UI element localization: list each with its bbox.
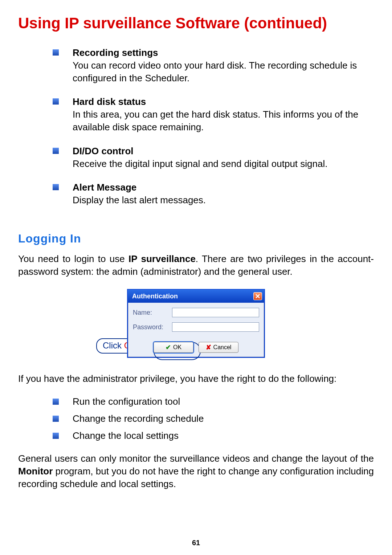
cancel-label: Cancel [213, 344, 232, 351]
feature-hard-disk-status: Hard disk status In this area, you can g… [53, 95, 374, 134]
feature-recording-settings: Recording settings You can record video … [53, 46, 374, 85]
feature-title: Recording settings [73, 46, 374, 59]
x-icon: ✘ [206, 343, 211, 351]
feature-alert-message: Alert Message Display the last alert mes… [53, 181, 374, 207]
cancel-button[interactable]: ✘ Cancel [199, 342, 238, 353]
list-item: Change the local settings [53, 430, 374, 441]
name-input[interactable] [172, 308, 259, 317]
close-icon [255, 294, 260, 299]
text-span: General users can only monitor the surve… [18, 453, 374, 464]
text-bold: Monitor [18, 466, 53, 477]
square-bullet-icon [53, 145, 73, 155]
feature-list: Recording settings You can record video … [53, 46, 374, 207]
feature-title: DI/DO control [73, 145, 374, 158]
feature-dido-control: DI/DO control Receive the digital input … [53, 145, 374, 170]
feature-title: Alert Message [73, 181, 374, 194]
general-user-text: General users can only monitor the surve… [18, 452, 374, 490]
square-bullet-icon [53, 181, 73, 192]
close-button[interactable] [253, 292, 262, 300]
feature-desc: Receive the digital input signal and sen… [73, 158, 327, 169]
list-item: Run the configuration tool [53, 396, 374, 407]
dialog-titlebar: Authentication [128, 290, 264, 303]
text-bold: IP surveillance [128, 253, 196, 264]
square-bullet-icon [53, 46, 73, 57]
ok-button-highlight: ✔ OK [154, 342, 193, 353]
text-span: program, but you do not have the right t… [18, 466, 374, 489]
square-bullet-icon [53, 413, 73, 424]
password-label: Password: [133, 323, 168, 331]
page-title: Using IP surveillance Software (continue… [18, 15, 374, 32]
password-input[interactable] [172, 322, 259, 332]
name-label: Name: [133, 309, 168, 317]
check-icon: ✔ [166, 343, 171, 351]
section-heading-logging-in: Logging In [18, 232, 374, 245]
list-item: Change the recording schedule [53, 413, 374, 424]
ok-label: OK [173, 344, 181, 351]
page-number: 61 [0, 539, 392, 547]
ok-button[interactable]: ✔ OK [154, 342, 193, 353]
dialog-title: Authentication [132, 293, 178, 300]
list-item-text: Change the recording schedule [73, 413, 204, 424]
feature-desc: Display the last alert messages. [73, 195, 206, 205]
square-bullet-icon [53, 396, 73, 407]
text-span: You need to login to use [18, 253, 128, 264]
privilege-list: Run the configuration tool Change the re… [53, 396, 374, 441]
square-bullet-icon [53, 95, 73, 106]
feature-desc: You can record video onto your hard disk… [73, 60, 357, 83]
admin-intro-text: If you have the administrator privilege,… [18, 372, 374, 385]
callout-prefix: Click [103, 340, 124, 350]
list-item-text: Change the local settings [73, 430, 179, 441]
list-item-text: Run the configuration tool [73, 396, 180, 407]
dialog-screenshot: Click OK Authentication Name: Password: [18, 289, 374, 358]
square-bullet-icon [53, 430, 73, 441]
feature-title: Hard disk status [73, 95, 374, 108]
login-intro-text: You need to login to use IP surveillance… [18, 253, 374, 278]
feature-desc: In this area, you can get the hard disk … [73, 109, 358, 132]
authentication-dialog: Authentication Name: Password: [127, 289, 265, 358]
